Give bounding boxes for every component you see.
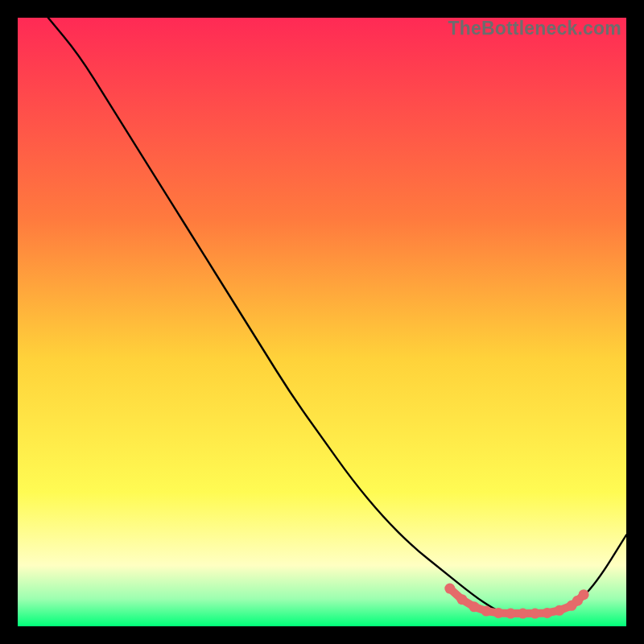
svg-point-12 [579, 589, 589, 600]
svg-point-1 [456, 594, 467, 605]
svg-point-4 [493, 608, 504, 618]
svg-point-0 [444, 584, 455, 594]
svg-point-2 [469, 601, 480, 612]
svg-point-8 [542, 608, 552, 618]
chart-frame: TheBottleneck.com [18, 18, 626, 626]
svg-point-6 [518, 609, 528, 619]
gradient-background [18, 18, 626, 626]
bottleneck-chart [18, 18, 626, 626]
svg-point-5 [506, 609, 516, 619]
svg-point-9 [554, 605, 564, 616]
svg-point-7 [530, 609, 540, 619]
watermark-label: TheBottleneck.com [448, 18, 621, 39]
svg-point-3 [481, 606, 492, 617]
